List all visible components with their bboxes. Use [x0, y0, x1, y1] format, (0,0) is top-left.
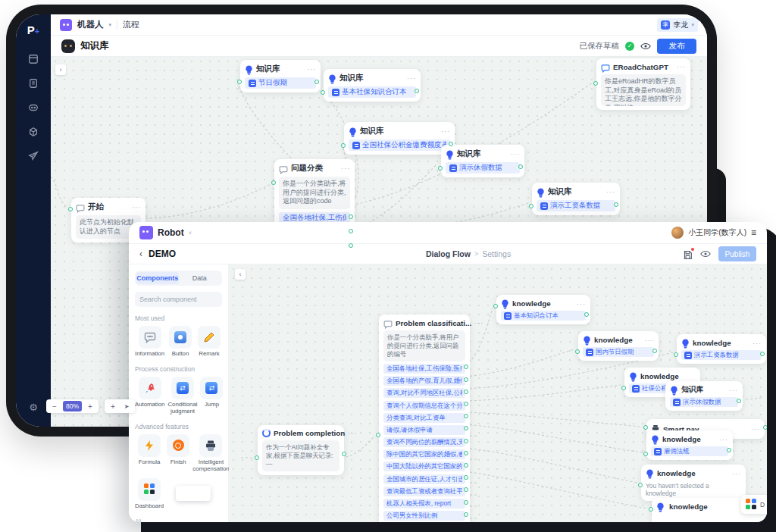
chatgpt-node[interactable]: ERoadChatGPT ··· 你是eRoadHR的数字员工,对应真身是eRo…: [596, 58, 690, 110]
knowledge-item[interactable]: 节日假期: [245, 77, 316, 89]
output-port[interactable]: [464, 426, 468, 430]
input-port[interactable]: [438, 166, 443, 171]
output-port[interactable]: [464, 439, 468, 443]
node-menu[interactable]: ···: [132, 203, 141, 211]
node-menu[interactable]: ···: [341, 164, 350, 172]
output-port[interactable]: [584, 312, 589, 317]
preview-eye-icon[interactable]: [640, 39, 651, 53]
input-port[interactable]: [321, 90, 325, 95]
zoom-in-button[interactable]: +: [85, 401, 95, 412]
output-port[interactable]: [464, 487, 468, 492]
input-port[interactable]: [674, 352, 678, 357]
settings-gear-icon[interactable]: ⚙: [27, 401, 39, 413]
input-port[interactable]: [621, 386, 626, 390]
zoom-out-button[interactable]: −: [49, 401, 60, 412]
node-menu[interactable]: ···: [441, 127, 450, 135]
category-pill[interactable]: 查询,对比不同地区社保,公积: [383, 388, 465, 398]
output-port[interactable]: [464, 512, 468, 517]
category-pill[interactable]: 中国大陆以外的其它国家的…: [383, 462, 465, 471]
user-menu[interactable]: 李 李龙 ▾: [657, 18, 698, 32]
output-port[interactable]: [464, 402, 468, 406]
component-remark[interactable]: Remark: [196, 326, 222, 358]
input-port[interactable]: [68, 207, 73, 211]
output-port[interactable]: [614, 202, 618, 207]
output-port[interactable]: [415, 89, 419, 93]
app-name[interactable]: Robot: [158, 227, 184, 238]
output-port[interactable]: [349, 243, 353, 248]
send-icon[interactable]: [27, 150, 39, 162]
output-port[interactable]: [464, 500, 468, 505]
output-port[interactable]: [464, 414, 468, 418]
node-menu[interactable]: ···: [751, 425, 760, 433]
output-port[interactable]: [464, 451, 468, 455]
output-port[interactable]: [314, 80, 319, 84]
cube-icon[interactable]: [27, 126, 39, 138]
publish-button[interactable]: 发布: [657, 39, 696, 54]
back-arrow-icon[interactable]: ‹: [139, 249, 142, 259]
knowledge-item[interactable]: 演示休假数据: [670, 397, 738, 407]
tab-data[interactable]: Data: [179, 272, 221, 284]
save-icon[interactable]: [683, 249, 693, 259]
knowledge-item[interactable]: 基本社保知识合订本: [328, 86, 416, 98]
chevron-down-icon[interactable]: ˅: [189, 230, 192, 236]
output-port[interactable]: [464, 475, 468, 480]
app-name[interactable]: 机器人: [77, 19, 104, 30]
component-search[interactable]: [135, 292, 222, 307]
document-icon[interactable]: [27, 77, 39, 89]
node-menu[interactable]: ···: [729, 386, 738, 394]
add-node-button[interactable]: +: [108, 401, 118, 412]
dashboard-mini-card[interactable]: D: [741, 495, 767, 514]
node-menu[interactable]: ···: [719, 436, 728, 443]
input-port[interactable]: [649, 507, 653, 512]
component-finish[interactable]: Finish: [167, 434, 189, 473]
output-port[interactable]: [518, 164, 523, 169]
input-port[interactable]: [255, 455, 259, 460]
knowledge-node-empty[interactable]: knowledge ··· You haven't selected a kno…: [641, 465, 746, 501]
input-port[interactable]: [643, 425, 648, 430]
chevron-down-icon[interactable]: ▾: [109, 22, 112, 28]
board-icon[interactable]: [27, 53, 39, 65]
output-port[interactable]: [349, 229, 353, 233]
knowledge-node[interactable]: knowledge ··· 演示工资条数据: [677, 334, 766, 364]
node-menu[interactable]: ···: [732, 470, 741, 477]
knowledge-item[interactable]: 国内节日假期: [583, 347, 654, 357]
expand-panel-button[interactable]: ›: [55, 64, 66, 75]
input-port[interactable]: [593, 81, 598, 86]
category-pill[interactable]: 请假,请休假申请: [383, 425, 465, 435]
knowledge-node-cn[interactable]: 知识库 ··· 演示休假数据: [665, 381, 743, 411]
problem-completion-node[interactable]: Problem completion ··· 作为一个AI问题补全专家,根据下面…: [258, 425, 344, 475]
input-port[interactable]: [341, 143, 346, 148]
knowledge-node[interactable]: 知识库 ··· 演示工资条数据: [532, 183, 620, 215]
collapse-panel-button[interactable]: ‹: [235, 269, 246, 280]
robot-icon[interactable]: [27, 102, 39, 114]
component-information[interactable]: Information: [135, 326, 164, 358]
problem-classification-node[interactable]: Problem classificati... ··· 你是一个分类助手,将用户…: [379, 315, 470, 522]
user-avatar[interactable]: [671, 227, 684, 239]
output-port[interactable]: [349, 214, 353, 219]
pointer-tool-button[interactable]: ➤: [121, 401, 132, 412]
knowledge-item[interactable]: 演示休假数据: [446, 162, 520, 174]
node-menu[interactable]: ···: [753, 340, 762, 347]
publish-button[interactable]: Publish: [718, 246, 756, 261]
category-pill[interactable]: 分类查询,对比工资单: [383, 413, 465, 423]
output-port[interactable]: [449, 142, 453, 146]
category-pill[interactable]: 全国各地的产假,育儿假,婚假: [383, 376, 465, 386]
knowledge-item[interactable]: 基本知识合订本: [501, 311, 586, 321]
knowledge-node[interactable]: 知识库 ··· 演示休假数据: [441, 145, 524, 177]
output-port[interactable]: [760, 352, 765, 356]
component-intelligent-compensation[interactable]: Intelligent compensation: [192, 434, 230, 473]
category-pill[interactable]: 查询不同岗位的薪酬情况,支…: [383, 437, 465, 447]
node-menu[interactable]: ···: [606, 188, 615, 196]
input-port[interactable]: [376, 433, 380, 437]
output-port[interactable]: [464, 377, 468, 382]
input-port[interactable]: [529, 204, 534, 208]
output-port[interactable]: [464, 390, 468, 394]
input-port[interactable]: [643, 452, 648, 456]
output-port[interactable]: [727, 448, 731, 452]
output-port[interactable]: [464, 365, 468, 369]
nav-flow[interactable]: 流程: [123, 19, 139, 30]
component-formula[interactable]: Formula: [135, 434, 164, 473]
knowledge-item[interactable]: 演示工资条数据: [681, 350, 762, 360]
node-menu[interactable]: ···: [474, 319, 483, 327]
node-menu[interactable]: ···: [307, 65, 316, 73]
